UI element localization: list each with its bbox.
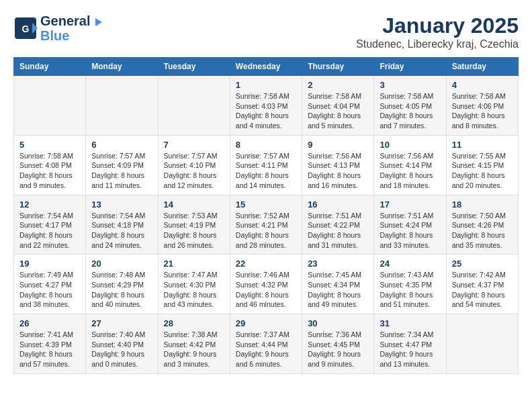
day-number: 15	[236, 199, 296, 210]
day-number: 23	[308, 259, 368, 269]
table-row: 18Sunrise: 7:50 AMSunset: 4:26 PMDayligh…	[446, 195, 518, 255]
day-number: 11	[452, 140, 513, 150]
table-row: 22Sunrise: 7:46 AMSunset: 4:32 PMDayligh…	[230, 255, 302, 314]
header-wednesday: Wednesday	[230, 58, 302, 76]
day-info: Sunrise: 7:46 AMSunset: 4:32 PMDaylight:…	[236, 270, 296, 310]
table-row: 2Sunrise: 7:58 AMSunset: 4:04 PMDaylight…	[302, 76, 374, 136]
day-number: 24	[380, 259, 440, 269]
day-info: Sunrise: 7:58 AMSunset: 4:04 PMDaylight:…	[308, 91, 368, 131]
day-info: Sunrise: 7:43 AMSunset: 4:35 PMDaylight:…	[380, 270, 440, 310]
table-row: 19Sunrise: 7:49 AMSunset: 4:27 PMDayligh…	[14, 255, 86, 314]
day-number: 14	[164, 199, 224, 210]
table-row: 8Sunrise: 7:57 AMSunset: 4:11 PMDaylight…	[230, 135, 302, 195]
day-number: 18	[452, 199, 513, 210]
table-row	[446, 314, 518, 374]
table-row: 14Sunrise: 7:53 AMSunset: 4:19 PMDayligh…	[158, 195, 230, 255]
table-row: 28Sunrise: 7:38 AMSunset: 4:42 PMDayligh…	[158, 314, 230, 374]
day-info: Sunrise: 7:47 AMSunset: 4:30 PMDaylight:…	[164, 270, 224, 310]
table-row: 12Sunrise: 7:54 AMSunset: 4:17 PMDayligh…	[14, 195, 86, 255]
table-row: 5Sunrise: 7:58 AMSunset: 4:08 PMDaylight…	[14, 135, 86, 195]
calendar-table: Sunday Monday Tuesday Wednesday Thursday…	[13, 57, 519, 374]
day-info: Sunrise: 7:58 AMSunset: 4:06 PMDaylight:…	[452, 91, 513, 131]
day-info: Sunrise: 7:49 AMSunset: 4:27 PMDaylight:…	[19, 270, 80, 310]
table-row	[86, 76, 158, 136]
day-info: Sunrise: 7:41 AMSunset: 4:39 PMDaylight:…	[19, 330, 80, 369]
calendar-title-section: January 2025 Studenec, Liberecky kraj, C…	[356, 13, 519, 50]
calendar-header-row: Sunday Monday Tuesday Wednesday Thursday…	[14, 58, 519, 76]
day-number: 27	[91, 318, 152, 328]
day-number: 2	[308, 80, 368, 90]
day-number: 4	[452, 80, 513, 90]
page-header: G General Blue January 2025 Studenec, Li…	[13, 13, 519, 50]
day-info: Sunrise: 7:51 AMSunset: 4:24 PMDaylight:…	[380, 211, 440, 250]
table-row: 29Sunrise: 7:37 AMSunset: 4:44 PMDayligh…	[230, 314, 302, 374]
table-row: 31Sunrise: 7:34 AMSunset: 4:47 PMDayligh…	[374, 314, 446, 374]
day-info: Sunrise: 7:58 AMSunset: 4:03 PMDaylight:…	[236, 91, 296, 131]
header-thursday: Thursday	[302, 58, 374, 76]
day-number: 1	[236, 80, 296, 90]
header-sunday: Sunday	[14, 58, 86, 76]
day-info: Sunrise: 7:57 AMSunset: 4:10 PMDaylight:…	[164, 151, 224, 191]
day-info: Sunrise: 7:45 AMSunset: 4:34 PMDaylight:…	[308, 270, 368, 310]
table-row: 11Sunrise: 7:55 AMSunset: 4:15 PMDayligh…	[446, 135, 518, 195]
day-number: 20	[91, 259, 152, 269]
table-row	[158, 76, 230, 136]
table-row: 17Sunrise: 7:51 AMSunset: 4:24 PMDayligh…	[374, 195, 446, 255]
logo: G General Blue	[13, 13, 102, 43]
table-row: 6Sunrise: 7:57 AMSunset: 4:09 PMDaylight…	[86, 135, 158, 195]
day-info: Sunrise: 7:57 AMSunset: 4:09 PMDaylight:…	[91, 151, 152, 191]
svg-text:G: G	[22, 24, 30, 34]
day-number: 28	[164, 318, 224, 328]
logo-text-blue: Blue	[40, 28, 102, 43]
calendar-subtitle: Studenec, Liberecky kraj, Czechia	[356, 38, 519, 50]
day-info: Sunrise: 7:50 AMSunset: 4:26 PMDaylight:…	[452, 211, 513, 250]
day-info: Sunrise: 7:52 AMSunset: 4:21 PMDaylight:…	[236, 211, 296, 250]
table-row: 15Sunrise: 7:52 AMSunset: 4:21 PMDayligh…	[230, 195, 302, 255]
day-info: Sunrise: 7:38 AMSunset: 4:42 PMDaylight:…	[164, 330, 224, 369]
day-number: 26	[19, 318, 80, 328]
day-number: 29	[236, 318, 296, 328]
day-number: 31	[380, 318, 440, 328]
day-number: 7	[164, 140, 224, 150]
calendar-week-row: 5Sunrise: 7:58 AMSunset: 4:08 PMDaylight…	[14, 135, 519, 195]
day-info: Sunrise: 7:55 AMSunset: 4:15 PMDaylight:…	[452, 151, 513, 191]
day-info: Sunrise: 7:56 AMSunset: 4:14 PMDaylight:…	[380, 151, 440, 191]
day-number: 21	[164, 259, 224, 269]
calendar-week-row: 12Sunrise: 7:54 AMSunset: 4:17 PMDayligh…	[14, 195, 519, 255]
table-row: 10Sunrise: 7:56 AMSunset: 4:14 PMDayligh…	[374, 135, 446, 195]
table-row: 30Sunrise: 7:36 AMSunset: 4:45 PMDayligh…	[302, 314, 374, 374]
header-tuesday: Tuesday	[158, 58, 230, 76]
header-friday: Friday	[374, 58, 446, 76]
table-row: 25Sunrise: 7:42 AMSunset: 4:37 PMDayligh…	[446, 255, 518, 314]
calendar-week-row: 19Sunrise: 7:49 AMSunset: 4:27 PMDayligh…	[14, 255, 519, 314]
table-row: 13Sunrise: 7:54 AMSunset: 4:18 PMDayligh…	[86, 195, 158, 255]
day-number: 3	[380, 80, 440, 90]
day-number: 30	[308, 318, 368, 328]
day-number: 17	[380, 199, 440, 210]
calendar-title: January 2025	[356, 13, 519, 38]
day-number: 16	[308, 199, 368, 210]
table-row: 4Sunrise: 7:58 AMSunset: 4:06 PMDaylight…	[446, 76, 518, 136]
logo-icon: G	[13, 16, 38, 40]
header-monday: Monday	[86, 58, 158, 76]
table-row: 21Sunrise: 7:47 AMSunset: 4:30 PMDayligh…	[158, 255, 230, 314]
day-number: 9	[308, 140, 368, 150]
header-saturday: Saturday	[446, 58, 518, 76]
day-number: 19	[19, 259, 80, 269]
day-number: 22	[236, 259, 296, 269]
table-row	[14, 76, 86, 136]
day-info: Sunrise: 7:54 AMSunset: 4:18 PMDaylight:…	[91, 211, 152, 250]
table-row: 27Sunrise: 7:40 AMSunset: 4:40 PMDayligh…	[86, 314, 158, 374]
day-info: Sunrise: 7:53 AMSunset: 4:19 PMDaylight:…	[164, 211, 224, 250]
day-number: 8	[236, 140, 296, 150]
day-info: Sunrise: 7:36 AMSunset: 4:45 PMDaylight:…	[308, 330, 368, 369]
day-info: Sunrise: 7:48 AMSunset: 4:29 PMDaylight:…	[91, 270, 152, 310]
day-info: Sunrise: 7:58 AMSunset: 4:05 PMDaylight:…	[380, 91, 440, 131]
day-info: Sunrise: 7:54 AMSunset: 4:17 PMDaylight:…	[19, 211, 80, 250]
table-row: 20Sunrise: 7:48 AMSunset: 4:29 PMDayligh…	[86, 255, 158, 314]
day-number: 13	[91, 199, 152, 210]
day-number: 12	[19, 199, 80, 210]
table-row: 24Sunrise: 7:43 AMSunset: 4:35 PMDayligh…	[374, 255, 446, 314]
table-row: 26Sunrise: 7:41 AMSunset: 4:39 PMDayligh…	[14, 314, 86, 374]
calendar-week-row: 1Sunrise: 7:58 AMSunset: 4:03 PMDaylight…	[14, 76, 519, 136]
